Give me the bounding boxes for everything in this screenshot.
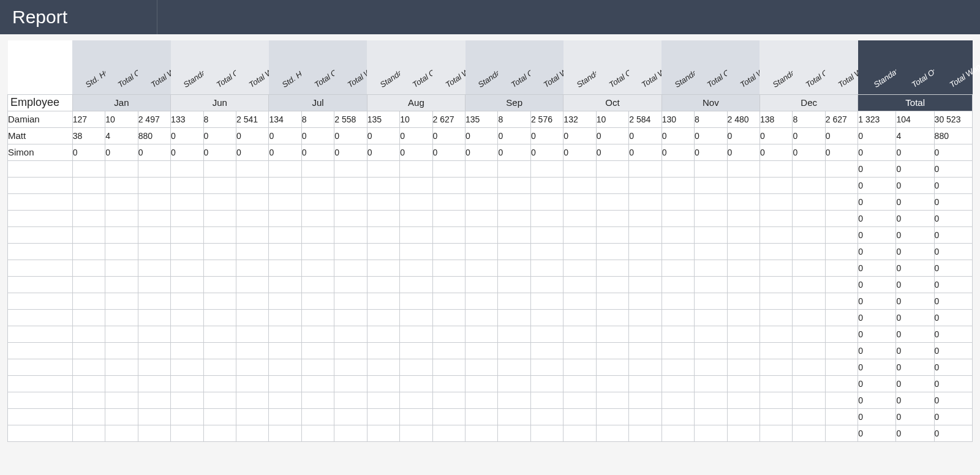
col-header-Nov-0: Standard Hours [662,40,694,94]
data-cell [171,408,203,425]
data-cell [596,309,628,326]
data-cell [695,210,727,226]
data-cell [236,276,268,293]
data-cell [629,160,662,177]
data-cell [662,243,694,260]
data-cell [301,193,334,210]
data-cell [334,193,367,210]
data-cell [498,408,530,425]
data-cell [564,359,596,375]
data-cell [334,210,367,226]
table-row: 000 [8,193,973,210]
data-cell [72,309,105,326]
data-cell [72,326,105,342]
data-cell [432,359,465,375]
data-cell: 0 [432,144,465,160]
data-cell [825,210,858,226]
data-cell: 0 [727,144,760,160]
data-cell [203,177,236,193]
data-cell [727,359,760,375]
col-header-Aug-1: Total Overtime [400,40,432,94]
data-cell: 0 [629,127,662,144]
employee-name-cell [8,243,73,260]
data-cell [466,425,498,441]
data-cell [498,210,530,226]
data-cell [269,326,301,342]
data-cell [466,210,498,226]
data-cell [432,342,465,359]
data-cell [72,210,105,226]
data-cell [793,342,825,359]
data-cell [727,243,760,260]
data-cell [695,226,727,243]
col-header-Nov-1: Total Overtime [695,40,727,94]
total-cell: 0 [896,193,934,210]
col-header-Oct-1: Total Overtime [596,40,628,94]
data-cell [301,160,334,177]
data-cell [105,226,138,243]
data-cell [269,260,301,276]
data-cell [105,342,138,359]
data-cell [760,226,792,243]
data-cell [760,193,792,210]
data-cell [269,359,301,375]
data-cell: 10 [105,111,138,127]
total-cell: 0 [858,425,896,441]
total-cell: 0 [934,359,972,375]
data-cell [466,408,498,425]
data-cell [334,160,367,177]
data-cell [400,160,432,177]
page-title: Report [12,7,67,28]
data-cell [301,260,334,276]
data-cell [269,160,301,177]
total-cell: 4 [896,127,934,144]
data-cell [793,425,825,441]
data-cell [596,326,628,342]
data-cell [105,177,138,193]
data-cell [367,193,399,210]
data-cell [825,226,858,243]
data-cell [367,342,399,359]
data-cell [72,293,105,309]
data-cell [334,392,367,408]
data-cell [466,226,498,243]
data-cell: 0 [203,127,236,144]
data-cell [72,260,105,276]
data-cell [72,226,105,243]
total-cell: 0 [934,276,972,293]
data-cell [432,160,465,177]
data-cell [269,392,301,408]
col-header-Dec-1: Total Overtime [793,40,825,94]
data-cell [727,342,760,359]
data-cell [760,177,792,193]
data-cell [334,326,367,342]
data-cell: 135 [466,111,498,127]
total-cell: 0 [896,160,934,177]
data-cell [301,425,334,441]
data-cell [466,160,498,177]
data-cell [695,359,727,375]
total-cell: 0 [934,326,972,342]
data-cell [564,342,596,359]
data-cell [400,293,432,309]
data-cell [171,177,203,193]
data-cell [432,408,465,425]
data-cell [236,293,268,309]
total-cell: 0 [896,276,934,293]
total-cell: 1 323 [858,111,896,127]
employee-name-cell [8,210,73,226]
table-row: 000 [8,425,973,441]
data-cell [596,276,628,293]
data-cell: 2 480 [727,111,760,127]
data-cell [367,276,399,293]
month-header-Nov: Nov [662,94,760,111]
data-cell [203,160,236,177]
data-cell [105,359,138,375]
employee-name-cell: Simon [8,144,73,160]
data-cell [695,408,727,425]
data-cell: 10 [400,111,432,127]
data-cell [727,260,760,276]
col-header-Jan-1: Total Overtime [105,40,138,94]
data-cell [825,243,858,260]
data-cell [466,375,498,392]
